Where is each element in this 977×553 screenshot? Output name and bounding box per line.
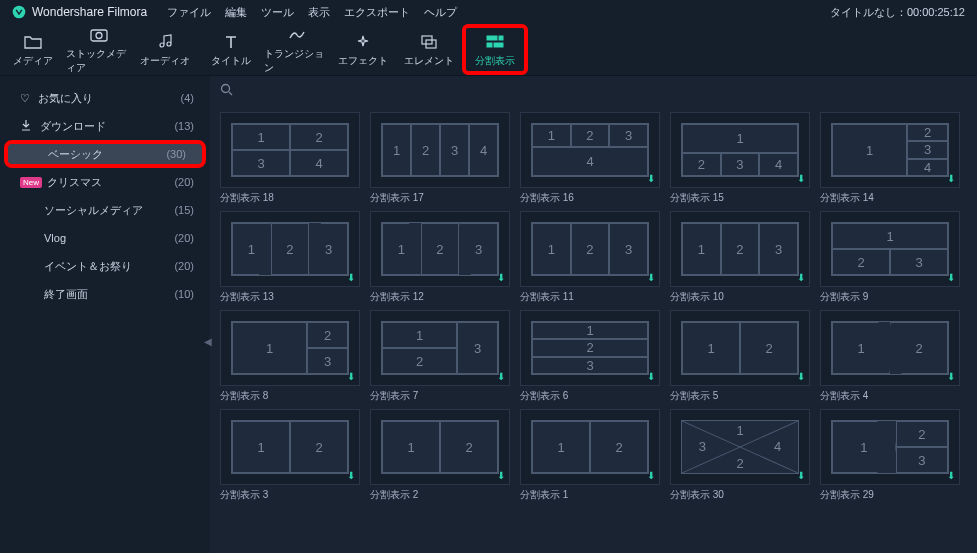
tile-12[interactable]: 1 2 3 ⬇ 分割表示 12 [370,211,510,304]
download-icon[interactable]: ⬇ [947,470,955,481]
sidebar-download[interactable]: ダウンロード (13) [0,112,210,140]
sidebar-vlog[interactable]: Vlog (20) [0,224,210,252]
sidebar-basic-active[interactable]: ベーシック (30) [4,140,206,168]
tile-15[interactable]: 1 2 3 4 ⬇ 分割表示 15 [670,112,810,205]
download-icon [20,119,32,133]
split-icon [486,32,504,52]
music-icon [157,32,173,52]
heart-icon: ♡ [20,92,30,105]
download-icon[interactable]: ⬇ [797,371,805,382]
tile-1[interactable]: 1 2 ⬇ 分割表示 1 [520,409,660,502]
camera-icon [89,25,109,45]
app-logo-icon [12,5,26,19]
tile-7[interactable]: 1 2 3 ⬇ 分割表示 7 [370,310,510,403]
tile-2[interactable]: 1 2 ⬇ 分割表示 2 [370,409,510,502]
sidebar-favorites[interactable]: ♡ お気に入り (4) [0,84,210,112]
tool-transition[interactable]: トランジション [264,24,330,75]
tile-18[interactable]: 1 2 3 4 分割表示 18 [220,112,360,205]
download-icon[interactable]: ⬇ [797,173,805,184]
svg-point-2 [96,32,102,38]
sidebar: ♡ お気に入り (4) ダウンロード (13) ベーシック (30) New ク… [0,76,210,553]
transition-icon [288,25,306,45]
titlebar: Wondershare Filmora ファイル 編集 ツール 表示 エクスポー… [0,0,977,24]
sidebar-social[interactable]: ソーシャルメディア (15) [0,196,210,224]
tile-10[interactable]: 1 2 3 ⬇ 分割表示 10 [670,211,810,304]
menu-export[interactable]: エクスポート [344,5,410,20]
menu-view[interactable]: 表示 [308,5,330,20]
tile-4[interactable]: 1 2 ⬇ 分割表示 4 [820,310,960,403]
svg-rect-5 [487,36,497,40]
folder-icon [24,32,42,52]
svg-rect-7 [487,43,492,47]
download-icon[interactable]: ⬇ [797,470,805,481]
download-icon[interactable]: ⬇ [347,371,355,382]
tile-5[interactable]: 1 2 ⬇ 分割表示 5 [670,310,810,403]
tile-29[interactable]: 1 2 3 ⬇ 分割表示 29 [820,409,960,502]
tool-stock[interactable]: ストックメディア [66,24,132,75]
main-menu: ファイル 編集 ツール 表示 エクスポート ヘルプ [167,5,457,20]
searchbar [210,76,977,106]
download-icon[interactable]: ⬇ [647,173,655,184]
project-status: タイトルなし：00:00:25:12 [830,5,965,20]
content-area: 1 2 3 4 分割表示 18 1 2 3 4 分割表示 17 [210,76,977,553]
download-icon[interactable]: ⬇ [797,272,805,283]
download-icon[interactable]: ⬇ [947,173,955,184]
svg-rect-6 [499,36,503,40]
tool-element[interactable]: エレメント [396,24,462,75]
tile-13[interactable]: 1 2 3 ⬇ 分割表示 13 [220,211,360,304]
download-icon[interactable]: ⬇ [647,371,655,382]
download-icon[interactable]: ⬇ [497,470,505,481]
tool-effect[interactable]: エフェクト [330,24,396,75]
tool-media[interactable]: メディア [0,24,66,75]
download-icon[interactable]: ⬇ [647,470,655,481]
tile-6[interactable]: 1 2 3 ⬇ 分割表示 6 [520,310,660,403]
tile-17[interactable]: 1 2 3 4 分割表示 17 [370,112,510,205]
template-grid: 1 2 3 4 分割表示 18 1 2 3 4 分割表示 17 [210,106,977,553]
download-icon[interactable]: ⬇ [347,272,355,283]
download-icon[interactable]: ⬇ [947,272,955,283]
download-icon[interactable]: ⬇ [497,371,505,382]
download-icon[interactable]: ⬇ [947,371,955,382]
svg-rect-8 [494,43,503,47]
menu-file[interactable]: ファイル [167,5,211,20]
sidebar-endscreen[interactable]: 終了画面 (10) [0,280,210,308]
menu-tools[interactable]: ツール [261,5,294,20]
search-input[interactable] [239,85,967,97]
search-icon [220,83,233,99]
tile-30[interactable]: 1 3 4 2 ⬇ 分割表示 30 [670,409,810,502]
svg-point-9 [222,85,230,93]
download-icon[interactable]: ⬇ [647,272,655,283]
layers-icon [420,32,438,52]
sidebar-event[interactable]: イベント＆お祭り (20) [0,252,210,280]
app-name: Wondershare Filmora [32,5,147,19]
tile-9[interactable]: 1 2 3 ⬇ 分割表示 9 [820,211,960,304]
text-icon [223,32,239,52]
svg-rect-1 [91,30,107,41]
download-icon[interactable]: ⬇ [347,470,355,481]
collapse-icon[interactable]: ◀ [204,336,212,347]
tool-title[interactable]: タイトル [198,24,264,75]
tool-audio[interactable]: オーディオ [132,24,198,75]
tile-8[interactable]: 1 2 3 ⬇ 分割表示 8 [220,310,360,403]
tile-11[interactable]: 1 2 3 ⬇ 分割表示 11 [520,211,660,304]
sidebar-christmas[interactable]: New クリスマス (20) [0,168,210,196]
tile-16[interactable]: 1 2 3 4 ⬇ 分割表示 16 [520,112,660,205]
menu-help[interactable]: ヘルプ [424,5,457,20]
download-icon[interactable]: ⬇ [497,272,505,283]
toolbar: メディア ストックメディア オーディオ タイトル トランジション エフェクト エ… [0,24,977,76]
menu-edit[interactable]: 編集 [225,5,247,20]
tile-3[interactable]: 1 2 ⬇ 分割表示 3 [220,409,360,502]
tile-14[interactable]: 1 2 3 4 ⬇ 分割表示 14 [820,112,960,205]
svg-point-0 [13,6,26,19]
sparkle-icon [355,32,371,52]
tool-split-active[interactable]: 分割表示 [462,24,528,75]
new-badge: New [20,177,42,188]
